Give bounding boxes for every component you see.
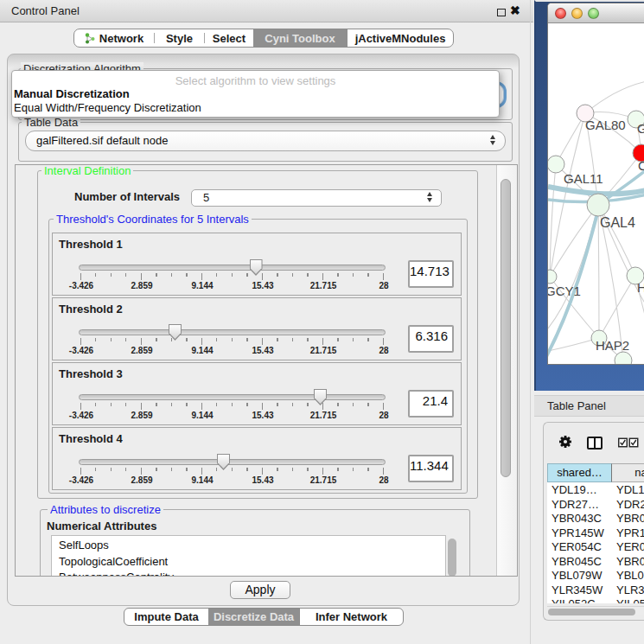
tick-label: -3.426 xyxy=(69,281,93,290)
panel-scrollbar-thumb[interactable] xyxy=(501,179,511,477)
checkbox-icons[interactable] xyxy=(618,437,639,448)
threshold-value-field[interactable]: 11.344 xyxy=(408,455,454,482)
table-data-combobox[interactable]: galFiltered.sif default node xyxy=(25,131,506,151)
threshold-label: Threshold 4 xyxy=(59,432,123,445)
network-edge[interactable] xyxy=(598,205,599,338)
network-edge[interactable] xyxy=(585,81,644,113)
threshold-value-field[interactable]: 21.4 xyxy=(408,390,454,418)
tick-label: 15.43 xyxy=(252,475,273,485)
tick-label: 9.144 xyxy=(191,346,213,355)
tab-discretize-data[interactable]: Discretize Data xyxy=(208,609,299,625)
network-node[interactable] xyxy=(548,270,557,284)
tick-label: 21.715 xyxy=(310,411,337,420)
attribute-list-item[interactable]: TopologicalCoefficient xyxy=(52,554,445,571)
settings-scrollpane: Interval Definition Number of Intervals … xyxy=(15,164,518,577)
network-node-label: GCY1 xyxy=(548,284,581,298)
table-row[interactable]: YLR345W YLR345W xyxy=(547,583,644,598)
table-panel-title: Table Panel xyxy=(547,399,606,412)
tick-label: 28 xyxy=(379,475,388,485)
tick-label: 15.43 xyxy=(252,411,273,420)
network-icon xyxy=(85,33,95,44)
close-icon[interactable]: ✖ xyxy=(510,3,520,17)
combo-arrows-icon xyxy=(490,135,497,145)
slider-track[interactable] xyxy=(79,394,386,400)
threshold-panel: Threshold 4 -3.4262.8599.14415.4321.7152… xyxy=(52,427,462,490)
minimize-traffic-light-icon[interactable] xyxy=(571,8,583,19)
table-row[interactable]: YBR045C YBR045C xyxy=(547,555,644,570)
panel-divider[interactable] xyxy=(530,0,531,644)
table-row[interactable]: YIL052C YIL052C xyxy=(547,597,644,603)
network-node[interactable] xyxy=(587,194,609,216)
threshold-coordinates-label: Threshold's Coordinates for 5 Intervals xyxy=(54,213,252,226)
network-window-titlebar[interactable] xyxy=(548,3,644,23)
algorithm-dropdown-popup: Select algorithm to view settings Manual… xyxy=(11,70,500,118)
table-row[interactable]: YDL19… YDL19… xyxy=(547,483,644,498)
threshold-value-field[interactable]: 14.713 xyxy=(408,260,454,288)
gear-icon[interactable] xyxy=(558,434,573,450)
tick-label: 2.859 xyxy=(131,281,152,290)
tick-label: -3.426 xyxy=(69,346,93,355)
slider-major-ticks xyxy=(80,338,386,345)
tick-label: 9.144 xyxy=(191,281,213,290)
network-node-label: GAL4 xyxy=(600,215,635,230)
network-node-label: GAL80 xyxy=(585,118,626,132)
slider-track[interactable] xyxy=(79,329,386,335)
popup-item-manual[interactable]: Manual Discretization xyxy=(12,87,499,101)
numerical-attributes-list[interactable]: SelfLoopsTopologicalCoefficientBetweenne… xyxy=(51,535,446,577)
network-canvas[interactable]: GAL80GACGAL11GAL4GCY1HHAP2 xyxy=(548,24,644,365)
columns-icon[interactable] xyxy=(587,437,603,450)
panel-title: Control Panel xyxy=(11,4,80,17)
network-node-label: C xyxy=(638,158,644,173)
cyni-toolbox-panel: Discretization Algorithm Table Data galF… xyxy=(7,54,520,606)
column-header-shared-name[interactable]: shared… xyxy=(547,463,612,482)
tab-style[interactable]: Style xyxy=(155,29,204,47)
popup-item-equal-width[interactable]: Equal Width/Frequency Discretization xyxy=(12,101,499,115)
tick-label: 2.859 xyxy=(131,346,152,355)
threshold-label: Threshold 2 xyxy=(59,303,123,316)
network-edge[interactable] xyxy=(550,113,585,277)
spinner-arrows-icon xyxy=(427,192,434,202)
table-row[interactable]: YDR27… YDR27… xyxy=(547,498,644,513)
top-tabbar: Network Style Select Cyni Toolbox jActiv… xyxy=(73,29,454,48)
attribute-list-item[interactable]: BetweennessCentrality xyxy=(52,570,445,577)
table-panel: shared… name YDL19… YDL19… YDR27… YDR27…… xyxy=(543,422,644,621)
tick-label: 28 xyxy=(379,411,388,420)
network-node[interactable] xyxy=(615,352,632,365)
table-row[interactable]: YBL079W YBL079W xyxy=(547,569,644,583)
close-traffic-light-icon[interactable] xyxy=(555,8,566,19)
tick-label: 28 xyxy=(379,281,388,290)
number-of-intervals-label: Number of Intervals xyxy=(74,190,180,203)
column-header-name[interactable]: name xyxy=(612,463,644,482)
number-of-intervals-spinner[interactable]: 5 xyxy=(191,189,442,207)
slider-track[interactable] xyxy=(79,265,386,271)
network-node-label: GA xyxy=(637,121,644,136)
table-hscrollbar-thumb[interactable] xyxy=(548,609,635,615)
attribute-list-item[interactable]: SelfLoops xyxy=(52,538,445,554)
tick-label: -3.426 xyxy=(69,411,93,420)
table-row[interactable]: YPR145W YPR145W xyxy=(547,526,644,541)
table-hscrollbar-track[interactable] xyxy=(547,606,644,615)
table-row[interactable]: YBR043C YBR043C xyxy=(547,512,644,526)
slider-track[interactable] xyxy=(79,459,386,465)
tick-label: 21.715 xyxy=(310,346,337,355)
tab-network[interactable]: Network xyxy=(74,29,154,47)
slider-major-ticks xyxy=(80,403,386,410)
tab-network-label: Network xyxy=(99,32,143,45)
apply-button[interactable]: Apply xyxy=(230,581,290,599)
table-data-label: Table Data xyxy=(22,116,80,129)
network-node[interactable] xyxy=(548,156,564,173)
list-scrollbar-thumb[interactable] xyxy=(448,539,456,577)
zoom-traffic-light-icon[interactable] xyxy=(588,8,599,19)
tab-select[interactable]: Select xyxy=(205,29,253,47)
tab-impute-data[interactable]: Impute Data xyxy=(124,609,208,625)
tab-infer-network[interactable]: Infer Network xyxy=(299,609,403,625)
threshold-value-field[interactable]: 6.316 xyxy=(408,325,454,353)
threshold-label: Threshold 3 xyxy=(59,367,123,380)
float-icon[interactable] xyxy=(497,9,506,16)
tab-cyni-toolbox[interactable]: Cyni Toolbox xyxy=(253,29,347,47)
table-row[interactable]: YER054C YER054C xyxy=(547,540,644,555)
tab-jactivemnodules[interactable]: jActiveMNodules xyxy=(347,29,453,47)
popup-hint: Select algorithm to view settings xyxy=(12,71,499,87)
tick-label: 21.715 xyxy=(310,475,337,485)
network-edge[interactable] xyxy=(599,276,635,338)
